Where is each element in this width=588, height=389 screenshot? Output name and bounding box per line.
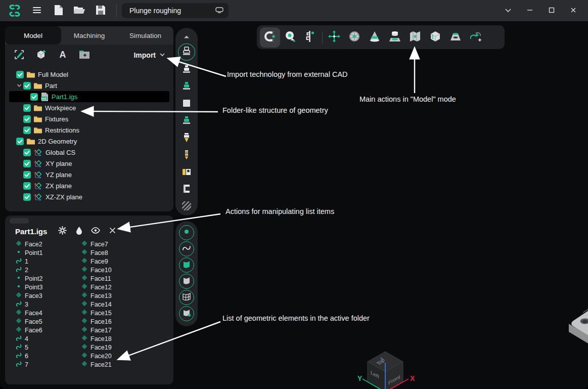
drill-tool-button[interactable] <box>180 150 193 162</box>
tree-item-part1-igs[interactable]: IGSPart1.igs <box>9 91 169 102</box>
main-menu-button[interactable] <box>26 2 48 20</box>
list-item-point2[interactable]: Point2 <box>15 274 75 283</box>
tree-item-fixtures[interactable]: Fixtures <box>9 113 169 124</box>
list-item-face6[interactable]: Face6 <box>15 326 75 334</box>
tree-item-xz-zx-plane[interactable]: XZ-ZX plane <box>9 191 169 202</box>
add-curve-tool-button[interactable] <box>466 27 486 48</box>
tree-item-restrictions[interactable]: Restrictions <box>9 124 169 136</box>
mesh-filter-button[interactable] <box>179 290 194 305</box>
cavity-tool-button[interactable] <box>445 27 466 48</box>
new-folder-button[interactable] <box>78 49 91 61</box>
tab-machining[interactable]: Machining <box>61 26 117 45</box>
list-item-face13[interactable]: Face13 <box>81 291 112 300</box>
list-item-7[interactable]: 7 <box>15 360 75 369</box>
list-item-4[interactable]: 4 <box>15 334 75 343</box>
tree-item-full-model[interactable]: Full Model <box>9 69 169 80</box>
project-name-field[interactable]: Plunge roughing <box>122 3 229 18</box>
checkbox[interactable] <box>23 171 31 179</box>
list-item-face15[interactable]: Face15 <box>81 309 112 317</box>
save-project-button[interactable] <box>90 2 111 20</box>
hatch-pattern-button[interactable] <box>180 201 193 213</box>
measure-tool-button[interactable] <box>280 27 300 48</box>
list-item-face19[interactable]: Face19 <box>81 343 112 352</box>
checkbox[interactable] <box>16 138 24 145</box>
list-item-5[interactable]: 5 <box>15 343 75 352</box>
import-button[interactable]: Import <box>133 51 165 59</box>
navigation-cube[interactable]: Top Left Front Z Y X <box>356 348 415 389</box>
tree-item-part[interactable]: Part <box>9 80 169 91</box>
tool-holder-teal-button[interactable] <box>180 115 193 127</box>
list-item-2[interactable]: 2 <box>15 266 75 274</box>
spindle-head-button[interactable] <box>178 44 195 61</box>
list-item-face12[interactable]: Face12 <box>81 283 112 291</box>
list-item-1[interactable]: 1 <box>15 257 75 266</box>
workpiece-tool-button[interactable] <box>385 27 405 48</box>
list-item-3[interactable]: 3 <box>15 300 75 309</box>
open-project-button[interactable] <box>69 2 90 20</box>
text-tool-button[interactable]: A <box>57 49 69 61</box>
maximize-button[interactable] <box>540 2 562 20</box>
checkbox[interactable] <box>23 160 31 167</box>
list-item-face9[interactable]: Face9 <box>81 257 112 266</box>
list-item-6[interactable]: 6 <box>15 352 75 360</box>
solid-box-tool-button[interactable] <box>425 27 445 48</box>
list-item-face7[interactable]: Face7 <box>81 240 112 248</box>
list-item-point3[interactable]: Point3 <box>15 283 75 291</box>
surface-point-filter-button[interactable] <box>179 306 194 321</box>
list-item-face18[interactable]: Face18 <box>81 334 112 343</box>
machine-tool-button[interactable] <box>180 184 193 196</box>
list-item-face10[interactable]: Face10 <box>81 266 112 274</box>
surface-tool-button[interactable] <box>405 27 425 48</box>
checkbox[interactable] <box>23 104 31 112</box>
checkbox[interactable] <box>23 193 31 201</box>
checkbox[interactable] <box>23 82 31 90</box>
checkbox[interactable] <box>23 149 31 156</box>
list-item-face21[interactable]: Face21 <box>81 360 112 369</box>
face-filter-active-button[interactable] <box>179 257 194 273</box>
snap-tool-button[interactable] <box>260 27 280 48</box>
panel-drag-handle[interactable] <box>10 218 29 224</box>
mesh-sphere-tool-button[interactable] <box>344 27 365 48</box>
tool-holder-active-button[interactable] <box>180 81 193 93</box>
tree-item-xy-plane[interactable]: XY plane <box>9 158 169 169</box>
list-item-face8[interactable]: Face8 <box>81 248 112 257</box>
list-item-face20[interactable]: Face20 <box>81 352 112 360</box>
visibility-button[interactable] <box>91 226 101 236</box>
new-project-button[interactable] <box>48 2 69 20</box>
checkbox[interactable] <box>23 115 31 123</box>
tree-item-yz-plane[interactable]: YZ plane <box>9 169 169 180</box>
countersink-tool-button[interactable] <box>180 133 193 145</box>
list-item-face4[interactable]: Face4 <box>15 309 75 317</box>
add-solid-button[interactable] <box>35 49 47 61</box>
machine-tool-yellow-button[interactable] <box>180 167 193 179</box>
list-item-face3[interactable]: Face3 <box>15 291 75 300</box>
sketch-button[interactable] <box>13 49 25 61</box>
stock-block-button[interactable] <box>180 98 193 110</box>
tree-item-workpiece[interactable]: Workpiece <box>9 102 169 113</box>
list-item-face11[interactable]: Face11 <box>81 274 112 283</box>
list-item-face17[interactable]: Face17 <box>81 326 112 334</box>
list-item-point1[interactable]: Point1 <box>15 248 75 257</box>
list-item-face14[interactable]: Face14 <box>81 300 112 309</box>
cone-tool-button[interactable] <box>365 27 385 48</box>
tab-simulation[interactable]: Simulation <box>117 26 173 45</box>
list-item-face16[interactable]: Face16 <box>81 317 112 326</box>
settings-button[interactable] <box>57 226 67 236</box>
close-button[interactable] <box>107 226 117 236</box>
minimize-button[interactable] <box>519 2 540 20</box>
checkbox[interactable] <box>23 126 31 134</box>
tree-item-2d-geometry[interactable]: 2D Geometry <box>9 136 169 147</box>
tree-item-zx-plane[interactable]: ZX plane <box>9 180 169 191</box>
point-filter-button[interactable] <box>179 225 194 240</box>
tool-holder-button[interactable] <box>180 64 193 76</box>
tree-item-global-cs[interactable]: Global CS <box>9 147 169 158</box>
list-item-face2[interactable]: Face2 <box>15 240 75 248</box>
checkbox[interactable] <box>30 93 38 101</box>
list-item-face5[interactable]: Face5 <box>15 317 75 326</box>
surface-filter-button[interactable] <box>179 274 194 289</box>
move-tool-button[interactable] <box>324 27 344 48</box>
close-button[interactable] <box>562 2 584 20</box>
scroll-up-button[interactable] <box>183 33 190 40</box>
chevron-expander-icon[interactable] <box>16 83 22 88</box>
caliper-tool-button[interactable] <box>300 27 321 48</box>
